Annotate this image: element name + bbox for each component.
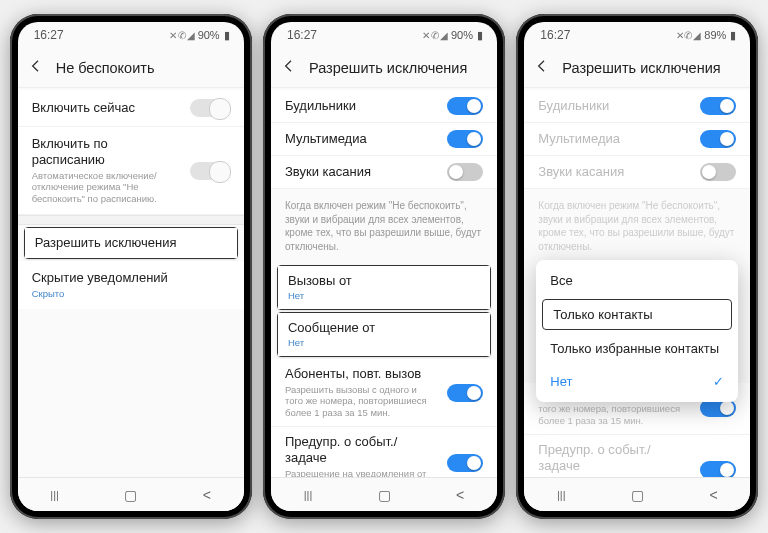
back-icon[interactable] bbox=[534, 58, 550, 78]
toggle-touch-sounds bbox=[700, 163, 736, 181]
row-hide-notifications[interactable]: Скрытие уведомлений Скрыто bbox=[18, 261, 244, 308]
page-title: Разрешить исключения bbox=[309, 60, 467, 76]
nav-bar: ||| ▢ < bbox=[18, 477, 244, 511]
nav-recent-icon[interactable]: ||| bbox=[557, 489, 566, 501]
app-header: Разрешить исключения bbox=[271, 48, 497, 88]
status-icons: ✕ ✆ ◢ bbox=[676, 30, 701, 41]
battery-percent: 90% bbox=[198, 29, 220, 41]
row-calls-from[interactable]: Вызовы от Нет bbox=[278, 266, 490, 309]
popup-option-favorites[interactable]: Только избранные контакты bbox=[536, 332, 738, 365]
row-messages-from[interactable]: Сообщение от Нет bbox=[278, 313, 490, 356]
battery-icon: ▮ bbox=[730, 29, 736, 42]
app-header: Разрешить исключения bbox=[524, 48, 750, 88]
nav-recent-icon[interactable]: ||| bbox=[304, 489, 313, 501]
toggle-enable-now[interactable] bbox=[190, 99, 230, 117]
calls-from-popup: Все Только контакты Только избранные кон… bbox=[536, 260, 738, 402]
info-note: Когда включен режим "Не беспокоить", зву… bbox=[271, 189, 497, 263]
nav-back-icon[interactable]: < bbox=[456, 487, 464, 503]
status-bar: 16:27 ✕ ✆ ◢ 90% ▮ bbox=[271, 22, 497, 48]
toggle-alarms bbox=[700, 97, 736, 115]
row-messages-highlight: Сообщение от Нет bbox=[277, 312, 491, 357]
clock: 16:27 bbox=[34, 28, 64, 42]
row-media: Мультимедиа bbox=[524, 123, 750, 156]
check-icon: ✓ bbox=[713, 374, 724, 389]
battery-percent: 89% bbox=[704, 29, 726, 41]
back-icon[interactable] bbox=[281, 58, 297, 78]
battery-percent: 90% bbox=[451, 29, 473, 41]
status-icons: ✕ ✆ ◢ bbox=[169, 30, 194, 41]
toggle-media[interactable] bbox=[447, 130, 483, 148]
phone-exceptions-popup: 16:27 ✕ ✆ ◢ 89% ▮ Разрешить исключения Б… bbox=[516, 14, 758, 519]
nav-back-icon[interactable]: < bbox=[709, 487, 717, 503]
nav-home-icon[interactable]: ▢ bbox=[378, 487, 391, 503]
row-event-alerts[interactable]: Предупр. о событ./задаче Разрешение на у… bbox=[271, 427, 497, 477]
clock: 16:27 bbox=[540, 28, 570, 42]
row-repeat-callers[interactable]: Абоненты, повт. вызов Разрешить вызовы с… bbox=[271, 359, 497, 427]
status-bar: 16:27 ✕ ✆ ◢ 89% ▮ bbox=[524, 22, 750, 48]
popup-option-none[interactable]: Нет ✓ bbox=[536, 365, 738, 398]
toggle-repeat-callers bbox=[700, 399, 736, 417]
toggle-media bbox=[700, 130, 736, 148]
toggle-event-alerts[interactable] bbox=[447, 454, 483, 472]
nav-back-icon[interactable]: < bbox=[203, 487, 211, 503]
app-header: Не беспокоить bbox=[18, 48, 244, 88]
toggle-schedule[interactable] bbox=[190, 162, 230, 180]
battery-icon: ▮ bbox=[477, 29, 483, 42]
row-schedule[interactable]: Включить по расписанию Автоматическое вк… bbox=[18, 127, 244, 215]
toggle-alarms[interactable] bbox=[447, 97, 483, 115]
page-title: Не беспокоить bbox=[56, 60, 155, 76]
nav-bar: ||| ▢ < bbox=[524, 477, 750, 511]
page-title: Разрешить исключения bbox=[562, 60, 720, 76]
back-icon[interactable] bbox=[28, 58, 44, 78]
row-alarms[interactable]: Будильники bbox=[271, 90, 497, 123]
toggle-event-alerts bbox=[700, 461, 736, 477]
status-bar: 16:27 ✕ ✆ ◢ 90% ▮ bbox=[18, 22, 244, 48]
row-media[interactable]: Мультимедиа bbox=[271, 123, 497, 156]
nav-home-icon[interactable]: ▢ bbox=[124, 487, 137, 503]
phone-do-not-disturb: 16:27 ✕ ✆ ◢ 90% ▮ Не беспокоить Включить… bbox=[10, 14, 252, 519]
row-enable-now[interactable]: Включить сейчас bbox=[18, 90, 244, 127]
row-alarms: Будильники bbox=[524, 90, 750, 123]
nav-recent-icon[interactable]: ||| bbox=[50, 489, 59, 501]
row-exceptions-highlight: Разрешить исключения bbox=[24, 227, 238, 259]
popup-option-all[interactable]: Все bbox=[536, 264, 738, 297]
nav-home-icon[interactable]: ▢ bbox=[631, 487, 644, 503]
row-touch-sounds: Звуки касания bbox=[524, 156, 750, 189]
toggle-repeat-callers[interactable] bbox=[447, 384, 483, 402]
popup-option-contacts[interactable]: Только контакты bbox=[542, 299, 732, 330]
battery-icon: ▮ bbox=[224, 29, 230, 42]
clock: 16:27 bbox=[287, 28, 317, 42]
row-event-alerts: Предупр. о событ./задаче Разрешение на у… bbox=[524, 435, 750, 477]
row-exceptions[interactable]: Разрешить исключения bbox=[25, 228, 237, 258]
row-touch-sounds[interactable]: Звуки касания bbox=[271, 156, 497, 189]
row-calls-highlight: Вызовы от Нет bbox=[277, 265, 491, 310]
status-icons: ✕ ✆ ◢ bbox=[422, 30, 447, 41]
nav-bar: ||| ▢ < bbox=[271, 477, 497, 511]
toggle-touch-sounds[interactable] bbox=[447, 163, 483, 181]
phone-exceptions: 16:27 ✕ ✆ ◢ 90% ▮ Разрешить исключения Б… bbox=[263, 14, 505, 519]
info-note: Когда включен режим "Не беспокоить", зву… bbox=[524, 189, 750, 263]
